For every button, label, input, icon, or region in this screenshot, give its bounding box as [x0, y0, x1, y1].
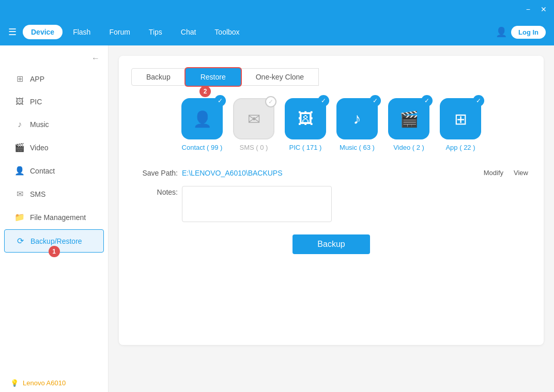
data-types-row: 👤 ✓ Contact ( 99 ) ✉ ✓ SMS ( 0 ): [131, 98, 531, 151]
app-type-icon-box: ⊞ ✓: [440, 98, 481, 139]
backup-icon: ⟳: [15, 236, 25, 246]
nav-toolbox-button[interactable]: Toolbox: [206, 25, 248, 39]
sidebar-item-file[interactable]: 📁 File Management: [4, 206, 104, 228]
sidebar-item-pic[interactable]: 🖼 PIC: [4, 91, 104, 113]
step-badge-1: 1: [49, 246, 60, 257]
sms-icon: ✉: [14, 189, 25, 199]
pic-type-icon-box: 🖼 ✓: [285, 98, 326, 139]
tab-restore[interactable]: Restore: [186, 68, 241, 86]
file-icon: 📁: [14, 212, 25, 222]
video-check-badge: ✓: [421, 95, 433, 106]
music-type-label: Music ( 63 ): [340, 144, 375, 151]
main-layout: ← ⊞ APP 🖼 PIC ♪ Music 🎬 Video 👤 Contact …: [0, 45, 554, 392]
nav-forum-button[interactable]: Forum: [101, 25, 138, 39]
sidebar-label-app: APP: [30, 75, 44, 83]
save-path-row: Save Path: E:\LENOVO_A6010\BACKUPS Modif…: [131, 168, 531, 178]
sidebar-item-music[interactable]: ♪ Music: [4, 114, 104, 135]
backup-btn-row: Backup: [131, 234, 531, 254]
tab-bar: Backup Restore One-key Clone 2: [131, 68, 531, 86]
sidebar: ← ⊞ APP 🖼 PIC ♪ Music 🎬 Video 👤 Contact …: [0, 45, 109, 392]
contact-type-icon-box: 👤 ✓: [181, 98, 223, 139]
content-card: Backup Restore One-key Clone 2 👤 ✓ Conta…: [119, 56, 544, 345]
notes-textarea[interactable]: [182, 186, 332, 222]
save-path-value: E:\LENOVO_A6010\BACKUPS: [182, 169, 476, 177]
content-area: Backup Restore One-key Clone 2 👤 ✓ Conta…: [109, 45, 554, 392]
sidebar-label-contact: Contact: [30, 167, 55, 175]
video-type-icon: 🎬: [399, 110, 419, 128]
data-type-contact[interactable]: 👤 ✓ Contact ( 99 ): [181, 98, 223, 151]
app-type-icon: ⊞: [454, 110, 467, 128]
contact-check-badge: ✓: [214, 95, 226, 106]
music-check-badge: ✓: [370, 95, 381, 106]
pic-type-icon: 🖼: [298, 110, 313, 128]
notes-row: Notes:: [131, 186, 531, 222]
device-name: Lenovo A6010: [23, 379, 66, 387]
tab-onekeyclone[interactable]: One-key Clone: [241, 68, 319, 86]
sidebar-item-contact[interactable]: 👤 Contact: [4, 160, 104, 182]
app-check-badge: ✓: [473, 95, 484, 106]
pic-type-label: PIC ( 171 ): [289, 144, 322, 151]
contact-type-label: Contact ( 99 ): [182, 144, 223, 151]
sidebar-label-backup: Backup/Restore: [30, 237, 82, 245]
minimize-button[interactable]: −: [523, 4, 533, 14]
device-info[interactable]: 💡 Lenovo A6010: [0, 374, 108, 392]
sidebar-label-video: Video: [30, 144, 49, 152]
pic-icon: 🖼: [14, 97, 25, 106]
sidebar-back-button[interactable]: ←: [0, 50, 108, 67]
step-badge-2: 2: [199, 86, 211, 97]
save-path-label: Save Path:: [131, 169, 178, 177]
sidebar-label-sms: SMS: [30, 190, 45, 198]
sidebar-label-file: File Management: [30, 213, 86, 222]
data-type-sms[interactable]: ✉ ✓ SMS ( 0 ): [233, 98, 274, 151]
contact-type-icon: 👤: [193, 110, 212, 128]
login-button[interactable]: Log In: [511, 26, 546, 39]
topnav: ☰ Device Flash Forum Tips Chat Toolbox 👤…: [0, 19, 554, 45]
nav-flash-button[interactable]: Flash: [65, 25, 99, 39]
sms-type-icon-box: ✉ ✓: [233, 98, 274, 139]
nav-device-button[interactable]: Device: [23, 25, 63, 39]
video-type-label: Video ( 2 ): [393, 144, 424, 151]
music-icon: ♪: [14, 120, 25, 129]
modify-button[interactable]: Modify: [481, 168, 506, 178]
contact-icon: 👤: [14, 166, 25, 176]
data-type-video[interactable]: 🎬 ✓ Video ( 2 ): [388, 98, 429, 151]
device-bulb-icon: 💡: [10, 379, 19, 387]
sms-check-badge: ✓: [265, 96, 276, 107]
backup-button[interactable]: Backup: [293, 234, 370, 254]
user-icon: 👤: [496, 26, 507, 38]
music-type-icon-box: ♪ ✓: [336, 98, 378, 139]
close-button[interactable]: ✕: [537, 4, 550, 14]
sms-type-label: SMS ( 0 ): [240, 144, 268, 151]
notes-label: Notes:: [131, 186, 178, 196]
data-type-music[interactable]: ♪ ✓ Music ( 63 ): [336, 98, 378, 151]
data-type-app[interactable]: ⊞ ✓ App ( 22 ): [440, 98, 481, 151]
video-type-icon-box: 🎬 ✓: [388, 98, 429, 139]
sidebar-item-sms[interactable]: ✉ SMS: [4, 183, 104, 205]
sidebar-item-video[interactable]: 🎬 Video: [4, 136, 104, 159]
app-icon: ⊞: [14, 74, 25, 84]
nav-chat-button[interactable]: Chat: [173, 25, 205, 39]
pic-check-badge: ✓: [318, 95, 329, 106]
sidebar-item-app[interactable]: ⊞ APP: [4, 68, 104, 90]
titlebar: − ✕: [0, 0, 554, 19]
menu-icon[interactable]: ☰: [8, 26, 17, 38]
sidebar-label-music: Music: [30, 120, 49, 129]
app-type-label: App ( 22 ): [445, 144, 475, 151]
sidebar-label-pic: PIC: [30, 98, 42, 106]
tab-backup[interactable]: Backup: [131, 68, 186, 86]
sms-type-icon: ✉: [248, 110, 260, 128]
video-icon: 🎬: [14, 143, 25, 152]
nav-tips-button[interactable]: Tips: [141, 25, 171, 39]
data-type-pic[interactable]: 🖼 ✓ PIC ( 171 ): [285, 98, 326, 151]
music-type-icon: ♪: [353, 110, 361, 128]
view-button[interactable]: View: [511, 168, 531, 178]
sidebar-item-backup[interactable]: ⟳ Backup/Restore 1: [4, 229, 104, 253]
